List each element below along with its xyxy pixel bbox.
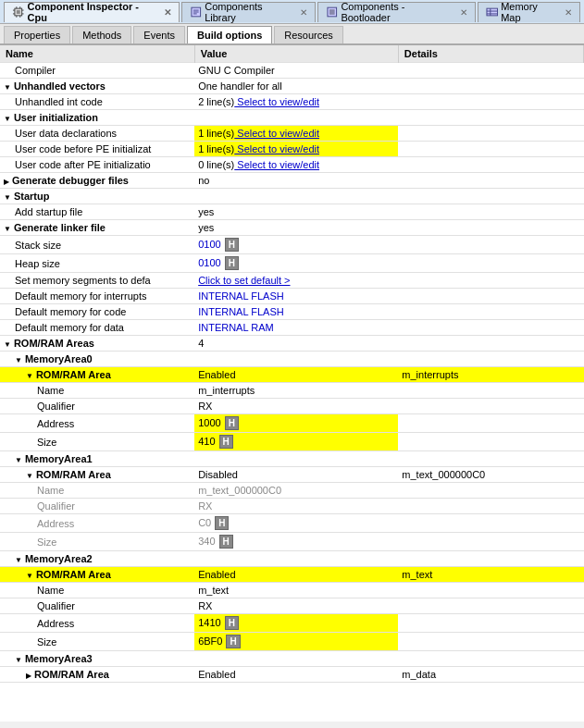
row-value-text: C0: [198, 517, 211, 528]
h-button[interactable]: H: [226, 635, 240, 648]
row-value-text: 1 line(s): [198, 143, 234, 154]
row-value-link[interactable]: Click to set default >: [198, 275, 290, 286]
arrow-down-icon[interactable]: ▼: [15, 356, 22, 364]
row-value-cell: Enabled: [194, 667, 398, 683]
row-name-cell: ▼ROM/RAM Area: [0, 367, 194, 383]
h-button[interactable]: H: [215, 516, 229, 530]
row-details-cell: [398, 142, 583, 157]
row-name-cell: ▶ROM/RAM Area: [0, 667, 194, 683]
tab-memmap-close[interactable]: ✕: [565, 7, 572, 18]
row-name-cell: Qualifier: [0, 598, 194, 614]
arrow-right-icon[interactable]: ▶: [26, 672, 31, 680]
arrow-down-icon[interactable]: ▼: [15, 556, 22, 564]
table-row: Default memory for dataINTERNAL RAM: [0, 320, 584, 336]
arrow-down-icon[interactable]: ▼: [26, 572, 33, 580]
table-row: ▼MemoryArea2: [0, 551, 584, 567]
arrow-right-icon[interactable]: ▶: [4, 178, 9, 186]
row-details-cell: [398, 651, 583, 667]
row-name-cell: ▼ROM/RAM Area: [0, 467, 194, 483]
row-details-text: m_text_000000C0: [402, 469, 485, 480]
tab-events[interactable]: Events: [133, 26, 185, 43]
tab-cpu[interactable]: Component Inspector - Cpu ✕: [4, 2, 180, 22]
row-name-cell: Name: [0, 583, 194, 598]
row-value-link[interactable]: Select to view/edit: [234, 143, 319, 154]
tab-buildoptions[interactable]: Build options: [187, 26, 272, 43]
row-value-cell: 1410H: [194, 614, 398, 633]
arrow-down-icon[interactable]: ▼: [4, 340, 11, 349]
tab-bootloader-label: Components - Bootloader: [341, 1, 453, 23]
h-button[interactable]: H: [219, 435, 233, 449]
arrow-down-icon[interactable]: ▼: [4, 83, 11, 92]
row-value-link[interactable]: Select to view/edit: [234, 159, 319, 170]
table-row: Add startup fileyes: [0, 204, 584, 220]
row-value-cell: Enabled: [194, 367, 398, 383]
row-value-text: RX: [198, 500, 212, 512]
row-details-cell: [398, 483, 583, 499]
tab-cpu-close[interactable]: ✕: [164, 7, 171, 18]
complib-icon: [190, 6, 203, 19]
row-value-link[interactable]: Select to view/edit: [234, 96, 319, 107]
tab-resources[interactable]: Resources: [274, 26, 343, 43]
arrow-down-icon[interactable]: ▼: [15, 456, 22, 464]
arrow-down-icon[interactable]: ▼: [26, 372, 33, 380]
row-details-cell: [398, 336, 583, 352]
row-value-cell: 340H: [194, 533, 398, 551]
svg-rect-15: [329, 9, 335, 15]
row-name-label: Size: [37, 437, 56, 448]
row-value-text: Enabled: [198, 669, 235, 680]
h-button[interactable]: H: [225, 238, 239, 252]
row-value-text: 6BF0: [198, 635, 222, 647]
row-value-cell: 2 line(s) Select to view/edit: [194, 94, 398, 110]
row-details-text: m_text: [402, 569, 432, 580]
row-name-cell: ▶Generate debugger files: [0, 173, 194, 189]
table-row: Default memory for interruptsINTERNAL FL…: [0, 289, 584, 304]
h-button[interactable]: H: [219, 535, 233, 549]
row-name-label: Name: [37, 585, 64, 596]
h-button[interactable]: H: [225, 616, 239, 630]
tab-memmap[interactable]: Memory Map ✕: [478, 2, 580, 22]
row-value-text: INTERNAL RAM: [198, 322, 274, 333]
table-row: ▼MemoryArea1: [0, 451, 584, 467]
row-details-text: m_interrupts: [402, 369, 458, 380]
table-row: QualifierRX: [0, 399, 584, 414]
tab-bootloader[interactable]: Components - Bootloader ✕: [317, 2, 476, 22]
row-details-cell: [398, 173, 583, 189]
arrow-down-icon[interactable]: ▼: [4, 193, 11, 202]
row-details-cell: [398, 304, 583, 320]
row-name-label: Default memory for interrupts: [15, 290, 146, 302]
table-row: Size410H: [0, 433, 584, 451]
row-value-cell: C0H: [194, 514, 398, 533]
arrow-down-icon[interactable]: ▼: [4, 115, 11, 123]
tab-methods[interactable]: Methods: [72, 26, 131, 43]
bootloader-icon: [326, 6, 339, 19]
row-details-cell: [398, 399, 583, 414]
table-row: Set memory segments to defa Click to set…: [0, 273, 584, 289]
row-value-cell: m_interrupts: [194, 383, 398, 399]
row-value-link[interactable]: Select to view/edit: [234, 128, 319, 139]
table-row: QualifierRX: [0, 598, 584, 614]
row-name-label: MemoryArea2: [25, 553, 93, 564]
row-value-text: Disabled: [198, 469, 238, 480]
table-row: AddressC0H: [0, 514, 584, 533]
h-button[interactable]: H: [225, 416, 239, 430]
arrow-down-icon[interactable]: ▼: [15, 656, 22, 664]
tab-bootloader-close[interactable]: ✕: [460, 7, 467, 18]
arrow-down-icon[interactable]: ▼: [26, 472, 33, 480]
svg-rect-1: [17, 10, 20, 14]
table-row: ▼ROM/RAM AreaDisabledm_text_000000C0: [0, 467, 584, 483]
arrow-down-icon[interactable]: ▼: [4, 225, 11, 233]
h-button[interactable]: H: [225, 256, 239, 270]
row-name-label: Add startup file: [15, 206, 82, 217]
tab-properties[interactable]: Properties: [4, 26, 70, 43]
tab-memmap-label: Memory Map: [501, 1, 558, 23]
tab-complib-label: Components Library: [205, 1, 293, 23]
row-value-cell: yes: [194, 204, 398, 220]
tab-complib[interactable]: Components Library ✕: [181, 2, 316, 22]
row-name-label: Size: [37, 636, 56, 648]
tab-complib-close[interactable]: ✕: [300, 7, 307, 18]
row-name-cell: ▼MemoryArea3: [0, 651, 194, 667]
row-name-cell: Default memory for interrupts: [0, 289, 194, 304]
table-row: ▶ROM/RAM AreaEnabledm_data: [0, 667, 584, 683]
row-details-cell: [398, 414, 583, 433]
row-name-cell: ▼Unhandled vectors: [0, 79, 194, 94]
